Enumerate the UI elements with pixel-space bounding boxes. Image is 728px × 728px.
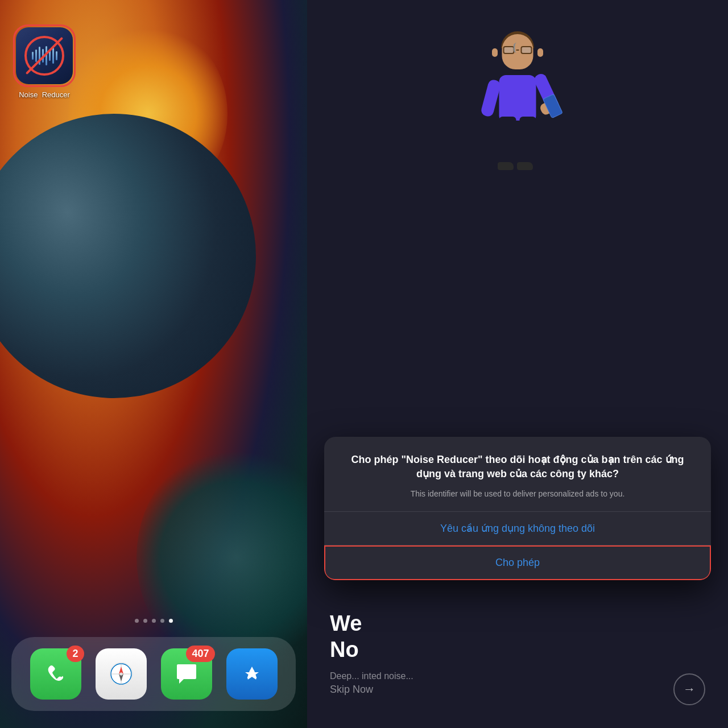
messages-icon bbox=[172, 660, 201, 688]
phone-icon bbox=[42, 660, 70, 688]
appstore-app-icon[interactable] bbox=[226, 648, 278, 700]
app-label: Noise Reducer bbox=[19, 90, 70, 99]
allow-tracking-button[interactable]: Cho phép bbox=[324, 545, 711, 580]
dot-3 bbox=[152, 619, 156, 623]
char-arm-left bbox=[480, 78, 502, 117]
char-arm-right bbox=[532, 72, 561, 114]
safari-app-icon[interactable] bbox=[96, 648, 147, 700]
app-bg-title-line1: We bbox=[330, 611, 362, 635]
dot-2 bbox=[143, 619, 147, 623]
app-icon bbox=[16, 27, 73, 84]
dock: 2 407 bbox=[11, 637, 296, 711]
app-bg-title: We No bbox=[330, 611, 705, 663]
noise-reducer-app[interactable]: Noise Reducer bbox=[10, 24, 78, 99]
glass-left bbox=[503, 46, 514, 54]
wallpaper-plate bbox=[0, 74, 296, 439]
avatar-character bbox=[461, 34, 574, 193]
char-shoes bbox=[498, 162, 537, 170]
dialog-subtitle: This identifier will be used to deliver … bbox=[338, 488, 697, 500]
deny-tracking-button[interactable]: Yêu cầu ứng dụng không theo dõi bbox=[324, 512, 711, 545]
home-screen: Noise Reducer 2 bbox=[0, 0, 307, 728]
phone-app-icon[interactable]: 2 bbox=[30, 648, 81, 700]
character-body bbox=[478, 34, 557, 182]
messages-app-icon[interactable]: 407 bbox=[161, 648, 212, 700]
char-torso bbox=[499, 75, 536, 121]
messages-badge: 407 bbox=[186, 646, 214, 662]
dot-4 bbox=[160, 619, 164, 623]
skip-now-button[interactable]: Skip Now bbox=[330, 684, 373, 696]
app-screen: We No Deep... inted noise... Cho phép "N… bbox=[307, 0, 728, 728]
char-legs bbox=[499, 117, 536, 168]
app-bg-title-line2: No bbox=[330, 638, 359, 661]
char-ear-left bbox=[492, 48, 498, 57]
char-shoe-right bbox=[517, 162, 533, 170]
phone-badge: 2 bbox=[67, 646, 84, 662]
dialog-body: Cho phép "Noise Reducer" theo dõi hoạt đ… bbox=[324, 437, 711, 500]
char-leg-right bbox=[519, 117, 536, 168]
char-leg-left bbox=[499, 117, 516, 168]
next-arrow-icon: → bbox=[683, 682, 696, 697]
dot-1 bbox=[135, 619, 139, 623]
dialog-actions: Yêu cầu ứng dụng không theo dõi Cho phép bbox=[324, 512, 711, 580]
app-icon-inner bbox=[22, 33, 67, 78]
safari-icon bbox=[107, 660, 135, 688]
app-background-content: We No Deep... inted noise... bbox=[330, 611, 705, 682]
app-icon-selection-border bbox=[13, 24, 76, 87]
char-held-phone bbox=[543, 94, 563, 119]
char-ear-right bbox=[537, 48, 543, 57]
dot-5-active bbox=[169, 619, 173, 623]
dialog-title: Cho phép "Noise Reducer" theo dõi hoạt đ… bbox=[338, 453, 697, 481]
permission-dialog: Cho phép "Noise Reducer" theo dõi hoạt đ… bbox=[324, 437, 711, 580]
next-button[interactable]: → bbox=[673, 673, 705, 705]
app-bottom-bar: Skip Now → bbox=[330, 673, 705, 705]
char-head bbox=[502, 34, 533, 69]
appstore-icon bbox=[238, 660, 266, 688]
char-headphone bbox=[514, 43, 520, 53]
page-indicator bbox=[0, 619, 307, 623]
glass-right bbox=[520, 46, 532, 54]
char-shoe-left bbox=[498, 162, 514, 170]
